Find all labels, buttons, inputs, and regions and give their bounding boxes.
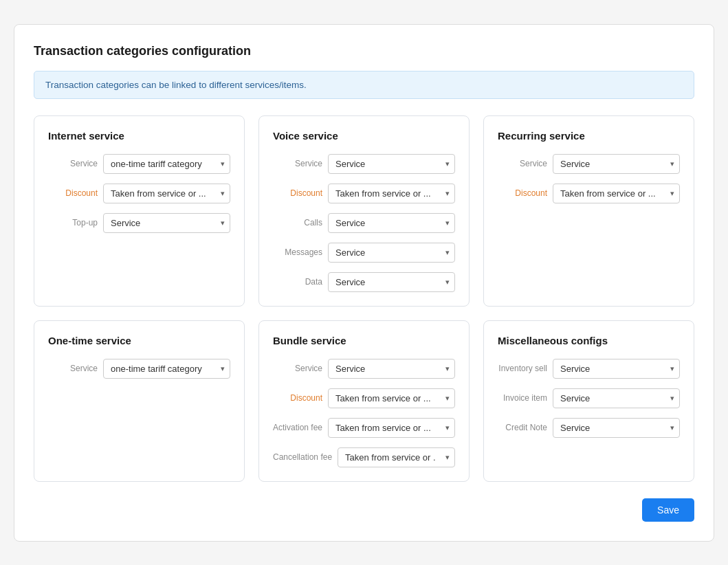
field-label: Cancellation fee bbox=[273, 452, 332, 462]
card-recurring-service: Recurring serviceServiceServiceone-time … bbox=[483, 115, 694, 307]
select-voice-service-1[interactable]: Taken from service or ...Serviceone-time… bbox=[328, 184, 455, 203]
save-button[interactable]: Save bbox=[642, 498, 694, 522]
select-voice-service-0[interactable]: Serviceone-time tariff categoryTaken fro… bbox=[328, 154, 455, 174]
field-label: Inventory sell bbox=[498, 364, 547, 373]
field-label: Service bbox=[273, 159, 322, 168]
field-row: Top-upServiceone-time tariff categoryTak… bbox=[48, 213, 230, 233]
field-row: DiscountTaken from service or ...Service… bbox=[48, 184, 230, 203]
field-row: Inventory sellServiceone-time tariff cat… bbox=[498, 359, 680, 379]
cards-grid: Internet serviceServiceone-time tariff c… bbox=[34, 115, 694, 482]
select-wrapper: Serviceone-time tariff categoryTaken fro… bbox=[328, 213, 455, 233]
select-bundle-service-0[interactable]: Serviceone-time tariff categoryTaken fro… bbox=[328, 359, 455, 379]
field-row: DiscountTaken from service or ...Service… bbox=[273, 388, 455, 408]
field-label: Calls bbox=[273, 218, 322, 228]
select-one-time-service-0[interactable]: one-time tariff categoryServiceTaken fro… bbox=[103, 359, 230, 379]
select-internet-service-1[interactable]: Taken from service or ...Serviceone-time… bbox=[103, 184, 230, 203]
select-wrapper: Serviceone-time tariff categoryTaken fro… bbox=[553, 388, 680, 408]
select-bundle-service-3[interactable]: Taken from service or ...Serviceone-time… bbox=[338, 447, 455, 467]
select-internet-service-0[interactable]: one-time tariff categoryServiceTaken fro… bbox=[103, 154, 230, 174]
field-row: ServiceServiceone-time tariff categoryTa… bbox=[273, 359, 455, 379]
field-label: Discount bbox=[273, 393, 322, 403]
field-label: Discount bbox=[498, 188, 547, 198]
page-title: Transaction categories configuration bbox=[34, 44, 694, 58]
card-internet-service: Internet serviceServiceone-time tariff c… bbox=[34, 115, 245, 307]
select-bundle-service-1[interactable]: Taken from service or ...Serviceone-time… bbox=[328, 388, 455, 408]
card-title-voice-service: Voice service bbox=[273, 130, 455, 142]
page-container: Transaction categories configuration Tra… bbox=[14, 24, 714, 542]
select-wrapper: Taken from service or ...Serviceone-time… bbox=[328, 184, 455, 203]
field-row: Serviceone-time tariff categoryServiceTa… bbox=[48, 154, 230, 174]
field-label: Discount bbox=[273, 188, 322, 198]
field-label: Service bbox=[48, 364, 98, 373]
field-label: Top-up bbox=[48, 218, 98, 228]
field-row: Credit NoteServiceone-time tariff catego… bbox=[498, 418, 680, 438]
select-wrapper: one-time tariff categoryServiceTaken fro… bbox=[103, 154, 230, 174]
card-title-recurring-service: Recurring service bbox=[498, 130, 680, 142]
field-label: Data bbox=[273, 277, 322, 287]
field-label: Activation fee bbox=[273, 423, 322, 432]
select-internet-service-2[interactable]: Serviceone-time tariff categoryTaken fro… bbox=[103, 213, 230, 233]
select-wrapper: Taken from service or ...Serviceone-time… bbox=[103, 184, 230, 203]
select-wrapper: one-time tariff categoryServiceTaken fro… bbox=[103, 359, 230, 379]
field-row: Cancellation feeTaken from service or ..… bbox=[273, 447, 455, 467]
select-recurring-service-0[interactable]: Serviceone-time tariff categoryTaken fro… bbox=[553, 154, 680, 174]
card-title-internet-service: Internet service bbox=[48, 130, 230, 142]
field-row: Invoice itemServiceone-time tariff categ… bbox=[498, 388, 680, 408]
field-row: ServiceServiceone-time tariff categoryTa… bbox=[498, 154, 680, 174]
card-title-bundle-service: Bundle service bbox=[273, 335, 455, 346]
field-row: Serviceone-time tariff categoryServiceTa… bbox=[48, 359, 230, 379]
select-wrapper: Serviceone-time tariff categoryTaken fro… bbox=[553, 418, 680, 438]
field-label: Discount bbox=[48, 188, 98, 198]
select-wrapper: Serviceone-time tariff categoryTaken fro… bbox=[328, 154, 455, 174]
card-voice-service: Voice serviceServiceServiceone-time tari… bbox=[258, 115, 470, 307]
footer: Save bbox=[34, 498, 694, 522]
field-row: Activation feeTaken from service or ...S… bbox=[273, 418, 455, 438]
select-wrapper: Taken from service or ...Serviceone-time… bbox=[328, 388, 455, 408]
select-wrapper: Serviceone-time tariff categoryTaken fro… bbox=[328, 272, 455, 292]
select-voice-service-3[interactable]: Serviceone-time tariff categoryTaken fro… bbox=[328, 243, 455, 263]
select-wrapper: Taken from service or ...Serviceone-time… bbox=[328, 418, 455, 438]
field-label: Credit Note bbox=[498, 423, 547, 432]
select-voice-service-4[interactable]: Serviceone-time tariff categoryTaken fro… bbox=[328, 272, 455, 292]
select-wrapper: Serviceone-time tariff categoryTaken fro… bbox=[553, 359, 680, 379]
field-row: ServiceServiceone-time tariff categoryTa… bbox=[273, 154, 455, 174]
field-row: DiscountTaken from service or ...Service… bbox=[273, 184, 455, 203]
select-wrapper: Serviceone-time tariff categoryTaken fro… bbox=[328, 359, 455, 379]
select-wrapper: Serviceone-time tariff categoryTaken fro… bbox=[553, 154, 680, 174]
field-label: Service bbox=[498, 159, 547, 168]
select-bundle-service-2[interactable]: Taken from service or ...Serviceone-time… bbox=[328, 418, 455, 438]
select-wrapper: Taken from service or ...Serviceone-time… bbox=[338, 447, 455, 467]
select-miscellaneous-configs-2[interactable]: Serviceone-time tariff categoryTaken fro… bbox=[553, 418, 680, 438]
select-voice-service-2[interactable]: Serviceone-time tariff categoryTaken fro… bbox=[328, 213, 455, 233]
card-title-one-time-service: One-time service bbox=[48, 335, 230, 346]
field-label: Invoice item bbox=[498, 393, 547, 403]
select-wrapper: Serviceone-time tariff categoryTaken fro… bbox=[103, 213, 230, 233]
select-wrapper: Taken from service or ...Serviceone-time… bbox=[553, 184, 680, 203]
card-title-miscellaneous-configs: Miscellaneous configs bbox=[498, 335, 680, 346]
select-recurring-service-1[interactable]: Taken from service or ...Serviceone-time… bbox=[553, 184, 680, 203]
card-miscellaneous-configs: Miscellaneous configsInventory sellServi… bbox=[483, 320, 694, 482]
field-row: DiscountTaken from service or ...Service… bbox=[498, 184, 680, 203]
field-label: Service bbox=[48, 159, 98, 168]
card-bundle-service: Bundle serviceServiceServiceone-time tar… bbox=[258, 320, 470, 482]
select-wrapper: Serviceone-time tariff categoryTaken fro… bbox=[328, 243, 455, 263]
field-row: DataServiceone-time tariff categoryTaken… bbox=[273, 272, 455, 292]
field-label: Messages bbox=[273, 247, 322, 257]
field-row: CallsServiceone-time tariff categoryTake… bbox=[273, 213, 455, 233]
card-one-time-service: One-time serviceServiceone-time tariff c… bbox=[34, 320, 245, 482]
field-label: Service bbox=[273, 364, 322, 373]
field-row: MessagesServiceone-time tariff categoryT… bbox=[273, 243, 455, 263]
info-banner: Transaction categories can be linked to … bbox=[34, 71, 694, 99]
select-miscellaneous-configs-0[interactable]: Serviceone-time tariff categoryTaken fro… bbox=[553, 359, 680, 379]
select-miscellaneous-configs-1[interactable]: Serviceone-time tariff categoryTaken fro… bbox=[553, 388, 680, 408]
